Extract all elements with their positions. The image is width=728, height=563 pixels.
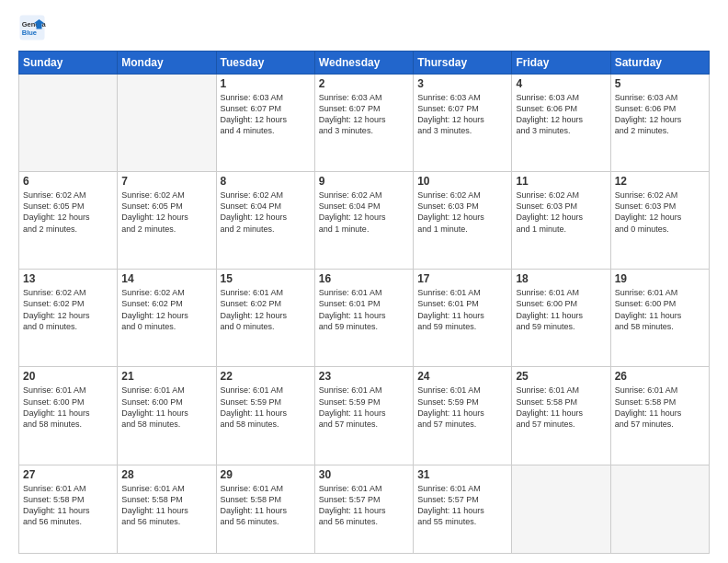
week-row-1: 1Sunrise: 6:03 AM Sunset: 6:07 PM Daylig… <box>19 75 710 172</box>
calendar-cell: 6Sunrise: 6:02 AM Sunset: 6:05 PM Daylig… <box>19 172 118 270</box>
week-row-3: 13Sunrise: 6:02 AM Sunset: 6:02 PM Dayli… <box>19 270 710 367</box>
day-number: 10 <box>417 175 507 188</box>
day-number: 13 <box>23 272 113 285</box>
day-info: Sunrise: 6:02 AM Sunset: 6:04 PM Dayligh… <box>221 190 311 235</box>
week-row-2: 6Sunrise: 6:02 AM Sunset: 6:05 PM Daylig… <box>19 172 710 270</box>
day-info: Sunrise: 6:01 AM Sunset: 6:00 PM Dayligh… <box>615 287 705 332</box>
calendar-cell: 25Sunrise: 6:01 AM Sunset: 5:58 PM Dayli… <box>512 367 610 465</box>
day-info: Sunrise: 6:01 AM Sunset: 5:58 PM Dayligh… <box>221 483 311 528</box>
calendar-cell: 29Sunrise: 6:01 AM Sunset: 5:58 PM Dayli… <box>216 465 314 554</box>
day-info: Sunrise: 6:01 AM Sunset: 6:00 PM Dayligh… <box>121 385 211 430</box>
day-info: Sunrise: 6:03 AM Sunset: 6:06 PM Dayligh… <box>516 92 606 137</box>
day-number: 4 <box>516 77 606 90</box>
day-info: Sunrise: 6:01 AM Sunset: 5:58 PM Dayligh… <box>516 385 606 430</box>
day-number: 27 <box>23 468 113 481</box>
day-number: 26 <box>615 370 705 383</box>
day-info: Sunrise: 6:01 AM Sunset: 5:58 PM Dayligh… <box>121 483 211 528</box>
weekday-header-tuesday: Tuesday <box>216 52 314 75</box>
day-info: Sunrise: 6:02 AM Sunset: 6:05 PM Dayligh… <box>23 190 113 235</box>
day-info: Sunrise: 6:02 AM Sunset: 6:03 PM Dayligh… <box>417 190 507 235</box>
calendar-cell: 1Sunrise: 6:03 AM Sunset: 6:07 PM Daylig… <box>216 75 314 172</box>
calendar-cell: 30Sunrise: 6:01 AM Sunset: 5:57 PM Dayli… <box>314 465 413 554</box>
day-info: Sunrise: 6:01 AM Sunset: 6:01 PM Dayligh… <box>319 287 409 332</box>
day-info: Sunrise: 6:01 AM Sunset: 5:59 PM Dayligh… <box>417 385 507 430</box>
day-info: Sunrise: 6:03 AM Sunset: 6:06 PM Dayligh… <box>615 92 705 137</box>
day-info: Sunrise: 6:01 AM Sunset: 5:59 PM Dayligh… <box>319 385 409 430</box>
day-number: 29 <box>221 468 311 481</box>
calendar-cell: 16Sunrise: 6:01 AM Sunset: 6:01 PM Dayli… <box>314 270 413 367</box>
day-info: Sunrise: 6:01 AM Sunset: 5:57 PM Dayligh… <box>417 483 507 528</box>
day-info: Sunrise: 6:02 AM Sunset: 6:05 PM Dayligh… <box>121 190 211 235</box>
day-info: Sunrise: 6:03 AM Sunset: 6:07 PM Dayligh… <box>221 92 311 137</box>
calendar-cell: 31Sunrise: 6:01 AM Sunset: 5:57 PM Dayli… <box>414 465 512 554</box>
day-number: 12 <box>615 175 705 188</box>
calendar-cell: 8Sunrise: 6:02 AM Sunset: 6:04 PM Daylig… <box>216 172 314 270</box>
calendar-cell <box>118 75 216 172</box>
calendar-cell: 2Sunrise: 6:03 AM Sunset: 6:07 PM Daylig… <box>314 75 413 172</box>
calendar-cell: 18Sunrise: 6:01 AM Sunset: 6:00 PM Dayli… <box>512 270 610 367</box>
day-number: 6 <box>23 175 113 188</box>
day-number: 17 <box>417 272 507 285</box>
day-number: 21 <box>121 370 211 383</box>
day-number: 14 <box>121 272 211 285</box>
calendar-cell: 13Sunrise: 6:02 AM Sunset: 6:02 PM Dayli… <box>19 270 118 367</box>
day-number: 22 <box>221 370 311 383</box>
day-number: 18 <box>516 272 606 285</box>
weekday-header-saturday: Saturday <box>610 52 709 75</box>
day-number: 25 <box>516 370 606 383</box>
calendar-cell: 22Sunrise: 6:01 AM Sunset: 5:59 PM Dayli… <box>216 367 314 465</box>
day-number: 1 <box>221 77 311 90</box>
day-info: Sunrise: 6:02 AM Sunset: 6:03 PM Dayligh… <box>615 190 705 235</box>
calendar-cell: 12Sunrise: 6:02 AM Sunset: 6:03 PM Dayli… <box>610 172 709 270</box>
day-number: 7 <box>121 175 211 188</box>
day-info: Sunrise: 6:01 AM Sunset: 5:59 PM Dayligh… <box>221 385 311 430</box>
calendar-cell: 20Sunrise: 6:01 AM Sunset: 6:00 PM Dayli… <box>19 367 118 465</box>
day-info: Sunrise: 6:01 AM Sunset: 6:02 PM Dayligh… <box>221 287 311 332</box>
logo-icon: General Blue <box>18 14 46 41</box>
weekday-header-monday: Monday <box>118 52 216 75</box>
day-number: 8 <box>221 175 311 188</box>
page: General Blue SundayMondayTuesdayWednesda… <box>0 0 728 563</box>
weekday-header-wednesday: Wednesday <box>314 52 413 75</box>
calendar-cell: 27Sunrise: 6:01 AM Sunset: 5:58 PM Dayli… <box>19 465 118 554</box>
calendar-cell: 9Sunrise: 6:02 AM Sunset: 6:04 PM Daylig… <box>314 172 413 270</box>
header: General Blue <box>18 14 710 41</box>
day-number: 3 <box>417 77 507 90</box>
calendar-cell: 3Sunrise: 6:03 AM Sunset: 6:07 PM Daylig… <box>414 75 512 172</box>
day-info: Sunrise: 6:02 AM Sunset: 6:02 PM Dayligh… <box>23 287 113 332</box>
day-info: Sunrise: 6:02 AM Sunset: 6:02 PM Dayligh… <box>121 287 211 332</box>
day-info: Sunrise: 6:03 AM Sunset: 6:07 PM Dayligh… <box>319 92 409 137</box>
svg-text:General: General <box>22 20 46 29</box>
day-number: 19 <box>615 272 705 285</box>
day-info: Sunrise: 6:01 AM Sunset: 5:58 PM Dayligh… <box>23 483 113 528</box>
calendar-cell: 24Sunrise: 6:01 AM Sunset: 5:59 PM Dayli… <box>414 367 512 465</box>
calendar-cell: 17Sunrise: 6:01 AM Sunset: 6:01 PM Dayli… <box>414 270 512 367</box>
calendar-cell: 10Sunrise: 6:02 AM Sunset: 6:03 PM Dayli… <box>414 172 512 270</box>
day-info: Sunrise: 6:01 AM Sunset: 5:57 PM Dayligh… <box>319 483 409 528</box>
calendar-cell: 19Sunrise: 6:01 AM Sunset: 6:00 PM Dayli… <box>610 270 709 367</box>
day-number: 30 <box>319 468 409 481</box>
day-number: 28 <box>121 468 211 481</box>
calendar-cell: 7Sunrise: 6:02 AM Sunset: 6:05 PM Daylig… <box>118 172 216 270</box>
weekday-header-thursday: Thursday <box>414 52 512 75</box>
calendar-table: SundayMondayTuesdayWednesdayThursdayFrid… <box>18 51 710 554</box>
weekday-header-friday: Friday <box>512 52 610 75</box>
day-number: 24 <box>417 370 507 383</box>
week-row-4: 20Sunrise: 6:01 AM Sunset: 6:00 PM Dayli… <box>19 367 710 465</box>
calendar-cell: 28Sunrise: 6:01 AM Sunset: 5:58 PM Dayli… <box>118 465 216 554</box>
day-info: Sunrise: 6:01 AM Sunset: 5:58 PM Dayligh… <box>615 385 705 430</box>
day-info: Sunrise: 6:01 AM Sunset: 6:01 PM Dayligh… <box>417 287 507 332</box>
calendar-cell: 5Sunrise: 6:03 AM Sunset: 6:06 PM Daylig… <box>610 75 709 172</box>
day-info: Sunrise: 6:01 AM Sunset: 6:00 PM Dayligh… <box>516 287 606 332</box>
day-number: 23 <box>319 370 409 383</box>
day-info: Sunrise: 6:03 AM Sunset: 6:07 PM Dayligh… <box>417 92 507 137</box>
day-number: 31 <box>417 468 507 481</box>
day-number: 5 <box>615 77 705 90</box>
calendar-cell <box>19 75 118 172</box>
calendar-cell: 15Sunrise: 6:01 AM Sunset: 6:02 PM Dayli… <box>216 270 314 367</box>
calendar-header-row: SundayMondayTuesdayWednesdayThursdayFrid… <box>19 52 710 75</box>
day-info: Sunrise: 6:01 AM Sunset: 6:00 PM Dayligh… <box>23 385 113 430</box>
weekday-header-sunday: Sunday <box>19 52 118 75</box>
day-number: 15 <box>221 272 311 285</box>
calendar-cell <box>512 465 610 554</box>
